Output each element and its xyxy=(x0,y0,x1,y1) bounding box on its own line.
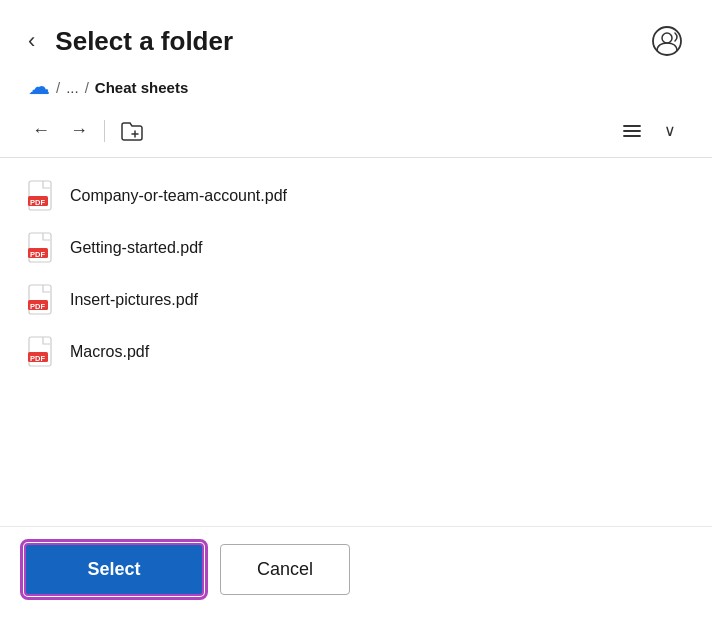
dialog-title: Select a folder xyxy=(55,26,233,57)
new-folder-button[interactable] xyxy=(113,117,151,145)
forward-icon: → xyxy=(70,120,88,141)
toolbar-right: ∨ xyxy=(614,117,684,144)
breadcrumb-current: Cheat sheets xyxy=(95,79,188,96)
back-button[interactable]: ← xyxy=(24,116,58,145)
svg-text:PDF: PDF xyxy=(30,250,45,259)
sort-button[interactable] xyxy=(614,119,650,143)
forward-button[interactable]: → xyxy=(62,116,96,145)
svg-text:PDF: PDF xyxy=(30,354,45,363)
chevron-down-icon: ∨ xyxy=(664,121,676,140)
select-button[interactable]: Select xyxy=(24,543,204,596)
pdf-icon: PDF xyxy=(28,284,56,316)
breadcrumb-sep-2: / xyxy=(85,79,89,96)
cancel-button[interactable]: Cancel xyxy=(220,544,350,595)
list-item[interactable]: PDF Insert-pictures.pdf xyxy=(24,274,688,326)
breadcrumb-sep-1: / xyxy=(56,79,60,96)
svg-text:PDF: PDF xyxy=(30,302,45,311)
dialog-container: ‹ Select a folder ☁ / ... / Cheat sheets… xyxy=(0,0,712,620)
header-back-button[interactable]: ‹ xyxy=(20,24,43,58)
toolbar-left: ← → xyxy=(24,116,151,145)
pdf-icon: PDF xyxy=(28,180,56,212)
file-name: Insert-pictures.pdf xyxy=(70,291,198,309)
breadcrumb-ellipsis[interactable]: ... xyxy=(66,79,79,96)
svg-text:PDF: PDF xyxy=(30,198,45,207)
back-arrow-icon: ‹ xyxy=(28,28,35,54)
back-icon: ← xyxy=(32,120,50,141)
new-folder-icon xyxy=(121,121,143,141)
breadcrumb: ☁ / ... / Cheat sheets xyxy=(0,70,712,112)
pdf-icon: PDF xyxy=(28,232,56,264)
svg-point-1 xyxy=(662,33,672,43)
list-item[interactable]: PDF Getting-started.pdf xyxy=(24,222,688,274)
file-name: Getting-started.pdf xyxy=(70,239,203,257)
toolbar: ← → ∨ xyxy=(0,112,712,158)
list-item[interactable]: PDF Company-or-team-account.pdf xyxy=(24,170,688,222)
file-name: Company-or-team-account.pdf xyxy=(70,187,287,205)
toolbar-divider xyxy=(104,120,105,142)
header: ‹ Select a folder xyxy=(0,0,712,70)
file-list: PDF Company-or-team-account.pdf PDF Gett… xyxy=(0,162,712,526)
pdf-icon: PDF xyxy=(28,336,56,368)
list-item[interactable]: PDF Macros.pdf xyxy=(24,326,688,378)
sort-icon xyxy=(622,123,642,139)
footer: Select Cancel xyxy=(0,526,712,620)
cloud-icon[interactable]: ☁ xyxy=(28,74,50,100)
file-name: Macros.pdf xyxy=(70,343,149,361)
header-left: ‹ Select a folder xyxy=(20,24,233,58)
chevron-button[interactable]: ∨ xyxy=(656,117,684,144)
account-icon[interactable] xyxy=(650,24,684,58)
